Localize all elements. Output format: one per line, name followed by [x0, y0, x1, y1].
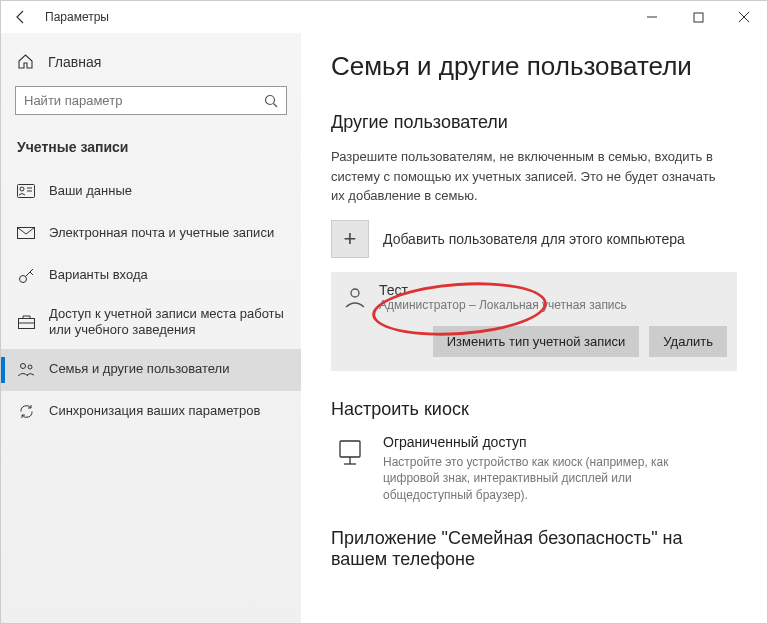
svg-line-5 — [274, 103, 278, 107]
svg-line-13 — [30, 272, 33, 275]
svg-line-12 — [25, 269, 33, 277]
page-title: Семья и другие пользователи — [331, 51, 737, 82]
svg-point-18 — [351, 289, 359, 297]
kiosk-icon — [331, 434, 369, 472]
home-label: Главная — [48, 54, 101, 70]
svg-rect-19 — [340, 441, 360, 457]
minimize-button[interactable] — [629, 1, 675, 33]
add-user-label: Добавить пользователя для этого компьюте… — [383, 231, 685, 247]
sidebar: Главная Учетные записи Ваши данные — [1, 33, 301, 623]
family-app-heading: Приложение "Семейная безопасность" на ва… — [331, 528, 737, 570]
search-icon — [264, 94, 278, 108]
sidebar-item-label: Электронная почта и учетные записи — [49, 225, 274, 241]
close-button[interactable] — [721, 1, 767, 33]
user-icon — [341, 283, 369, 311]
sidebar-item-work-access[interactable]: Доступ к учетной записи места работы или… — [1, 296, 301, 349]
sidebar-item-family-users[interactable]: Семья и другие пользователи — [1, 349, 301, 391]
nav-list: Ваши данные Электронная почта и учетные … — [1, 170, 301, 433]
sidebar-item-signin-options[interactable]: Варианты входа — [1, 254, 301, 296]
svg-rect-1 — [694, 13, 703, 22]
titlebar: Параметры — [1, 1, 767, 33]
svg-point-7 — [20, 187, 24, 191]
other-users-desc: Разрешите пользователям, не включенным в… — [331, 147, 731, 206]
sidebar-item-label: Варианты входа — [49, 267, 148, 283]
mail-icon — [17, 224, 35, 242]
key-icon — [17, 266, 35, 284]
kiosk-heading: Настроить киоск — [331, 399, 737, 420]
search-input[interactable] — [24, 93, 264, 108]
svg-point-4 — [266, 95, 275, 104]
settings-window: Параметры Главная Учетн — [0, 0, 768, 624]
delete-user-button[interactable]: Удалить — [649, 326, 727, 357]
sidebar-item-label: Синхронизация ваших параметров — [49, 403, 260, 419]
user-role: Администратор – Локальная учетная запись — [379, 298, 627, 312]
sidebar-item-your-info[interactable]: Ваши данные — [1, 170, 301, 212]
back-button[interactable] — [1, 1, 41, 33]
sidebar-item-label: Ваши данные — [49, 183, 132, 199]
change-account-type-button[interactable]: Изменить тип учетной записи — [433, 326, 640, 357]
user-name: Тест — [379, 282, 627, 298]
search-box[interactable] — [15, 86, 287, 115]
section-title: Учетные записи — [1, 129, 301, 170]
sidebar-item-sync[interactable]: Синхронизация ваших параметров — [1, 391, 301, 433]
user-entry[interactable]: Тест Администратор – Локальная учетная з… — [331, 272, 737, 371]
person-card-icon — [17, 182, 35, 200]
kiosk-desc: Настройте это устройство как киоск (напр… — [383, 454, 703, 504]
sidebar-item-label: Семья и другие пользователи — [49, 361, 229, 377]
briefcase-icon — [17, 313, 35, 331]
sidebar-item-email-accounts[interactable]: Электронная почта и учетные записи — [1, 212, 301, 254]
svg-point-11 — [19, 275, 26, 282]
home-icon — [17, 53, 34, 70]
plus-icon: + — [331, 220, 369, 258]
kiosk-title: Ограниченный доступ — [383, 434, 703, 450]
sidebar-item-label: Доступ к учетной записи места работы или… — [49, 306, 285, 339]
kiosk-row[interactable]: Ограниченный доступ Настройте это устрой… — [331, 434, 737, 504]
other-users-heading: Другие пользователи — [331, 112, 737, 133]
main-content: Семья и другие пользователи Другие польз… — [301, 33, 767, 623]
sync-icon — [17, 403, 35, 421]
window-title: Параметры — [41, 10, 109, 24]
home-link[interactable]: Главная — [1, 45, 301, 78]
svg-point-17 — [28, 365, 32, 369]
people-icon — [17, 361, 35, 379]
maximize-button[interactable] — [675, 1, 721, 33]
svg-point-16 — [21, 364, 26, 369]
add-user-row[interactable]: + Добавить пользователя для этого компью… — [331, 220, 737, 258]
